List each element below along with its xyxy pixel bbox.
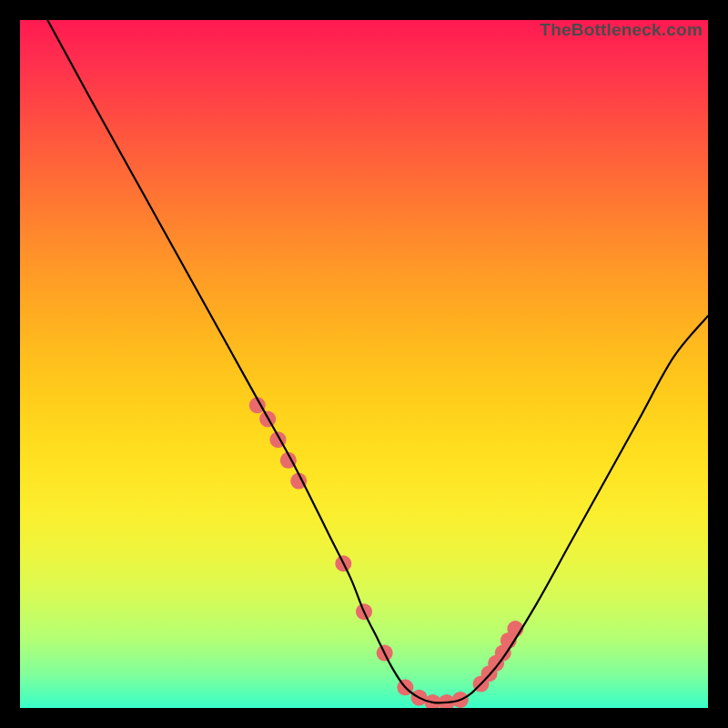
bottleneck-curve-path (47, 20, 708, 703)
chart-frame: TheBottleneck.com (0, 0, 728, 728)
curve-layer (20, 20, 708, 708)
marker-dots-group (249, 397, 524, 708)
plot-area: TheBottleneck.com (20, 20, 708, 708)
